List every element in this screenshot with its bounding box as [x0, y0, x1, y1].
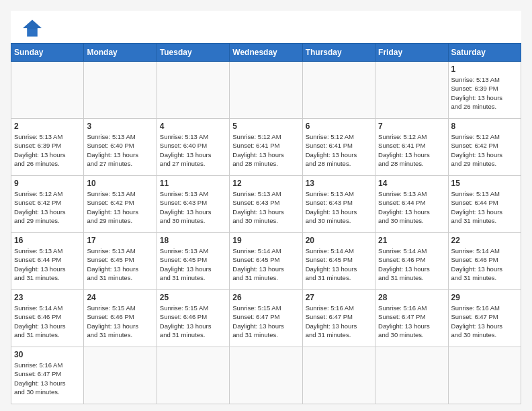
- calendar-day-cell: 24Sunrise: 5:15 AM Sunset: 6:46 PM Dayli…: [84, 290, 157, 347]
- day-number: 21: [378, 236, 445, 245]
- calendar-header: SundayMondayTuesdayWednesdayThursdayFrid…: [11, 44, 521, 62]
- day-number: 13: [306, 179, 372, 188]
- day-info: Sunrise: 5:13 AM Sunset: 6:43 PM Dayligh…: [232, 189, 299, 225]
- day-info: Sunrise: 5:13 AM Sunset: 6:40 PM Dayligh…: [87, 132, 153, 168]
- calendar-day-cell: 11Sunrise: 5:13 AM Sunset: 6:43 PM Dayli…: [157, 176, 229, 233]
- calendar-week-row: 1Sunrise: 5:13 AM Sunset: 6:39 PM Daylig…: [11, 62, 521, 119]
- calendar-day-cell: 21Sunrise: 5:14 AM Sunset: 6:46 PM Dayli…: [375, 233, 448, 290]
- day-number: 14: [378, 179, 445, 188]
- day-number: 19: [232, 236, 299, 245]
- calendar-day-cell: 7Sunrise: 5:12 AM Sunset: 6:41 PM Daylig…: [375, 119, 448, 176]
- day-info: Sunrise: 5:13 AM Sunset: 6:44 PM Dayligh…: [14, 246, 81, 282]
- day-number: 16: [14, 236, 81, 245]
- calendar-day-cell: 15Sunrise: 5:13 AM Sunset: 6:44 PM Dayli…: [448, 176, 521, 233]
- day-number: 15: [451, 179, 518, 188]
- calendar-day-cell: 19Sunrise: 5:14 AM Sunset: 6:45 PM Dayli…: [230, 233, 302, 290]
- svg-marker-1: [23, 20, 42, 30]
- day-number: 8: [451, 122, 518, 131]
- calendar-day-cell: 26Sunrise: 5:15 AM Sunset: 6:47 PM Dayli…: [230, 290, 302, 347]
- day-number: 11: [160, 179, 226, 188]
- day-number: 18: [160, 236, 226, 245]
- day-number: 6: [306, 122, 372, 131]
- calendar-day-cell: 5Sunrise: 5:12 AM Sunset: 6:41 PM Daylig…: [230, 119, 302, 176]
- day-info: Sunrise: 5:13 AM Sunset: 6:39 PM Dayligh…: [451, 75, 518, 111]
- day-info: Sunrise: 5:12 AM Sunset: 6:42 PM Dayligh…: [451, 132, 518, 168]
- day-number: 23: [14, 293, 81, 302]
- calendar-day-cell: 18Sunrise: 5:13 AM Sunset: 6:45 PM Dayli…: [157, 233, 229, 290]
- calendar-body: 1Sunrise: 5:13 AM Sunset: 6:39 PM Daylig…: [11, 62, 521, 404]
- calendar-day-cell: [230, 62, 302, 119]
- day-number: 24: [87, 293, 153, 302]
- calendar-day-cell: 22Sunrise: 5:14 AM Sunset: 6:46 PM Dayli…: [448, 233, 521, 290]
- calendar-day-cell: 29Sunrise: 5:16 AM Sunset: 6:47 PM Dayli…: [448, 290, 521, 347]
- calendar-day-cell: 4Sunrise: 5:13 AM Sunset: 6:40 PM Daylig…: [157, 119, 229, 176]
- day-info: Sunrise: 5:13 AM Sunset: 6:39 PM Dayligh…: [14, 132, 81, 168]
- calendar-day-cell: 12Sunrise: 5:13 AM Sunset: 6:43 PM Dayli…: [230, 176, 302, 233]
- day-info: Sunrise: 5:16 AM Sunset: 6:47 PM Dayligh…: [306, 304, 372, 339]
- day-info: Sunrise: 5:12 AM Sunset: 6:41 PM Dayligh…: [232, 132, 299, 168]
- weekday-header: Wednesday: [230, 44, 302, 62]
- calendar-week-row: 9Sunrise: 5:12 AM Sunset: 6:42 PM Daylig…: [11, 176, 521, 233]
- day-info: Sunrise: 5:13 AM Sunset: 6:40 PM Dayligh…: [160, 132, 226, 168]
- day-info: Sunrise: 5:13 AM Sunset: 6:44 PM Dayligh…: [378, 189, 445, 225]
- day-info: Sunrise: 5:13 AM Sunset: 6:45 PM Dayligh…: [160, 246, 226, 282]
- day-number: 25: [160, 293, 226, 302]
- calendar-day-cell: [448, 347, 521, 404]
- day-info: Sunrise: 5:14 AM Sunset: 6:46 PM Dayligh…: [451, 246, 518, 282]
- calendar-day-cell: 1Sunrise: 5:13 AM Sunset: 6:39 PM Daylig…: [448, 62, 521, 119]
- calendar-week-row: 30Sunrise: 5:16 AM Sunset: 6:47 PM Dayli…: [11, 347, 521, 404]
- calendar-day-cell: [375, 62, 448, 119]
- calendar-day-cell: 8Sunrise: 5:12 AM Sunset: 6:42 PM Daylig…: [448, 119, 521, 176]
- calendar-day-cell: 16Sunrise: 5:13 AM Sunset: 6:44 PM Dayli…: [11, 233, 84, 290]
- day-info: Sunrise: 5:16 AM Sunset: 6:47 PM Dayligh…: [378, 304, 445, 339]
- day-info: Sunrise: 5:13 AM Sunset: 6:44 PM Dayligh…: [451, 189, 518, 225]
- day-info: Sunrise: 5:14 AM Sunset: 6:45 PM Dayligh…: [306, 246, 372, 282]
- day-number: 26: [232, 293, 299, 302]
- day-number: 4: [160, 122, 226, 131]
- day-info: Sunrise: 5:13 AM Sunset: 6:43 PM Dayligh…: [306, 189, 372, 225]
- calendar-day-cell: [157, 347, 229, 404]
- weekday-header: Saturday: [448, 44, 521, 62]
- day-info: Sunrise: 5:16 AM Sunset: 6:47 PM Dayligh…: [14, 361, 81, 396]
- weekday-header: Thursday: [302, 44, 375, 62]
- day-number: 1: [451, 64, 518, 74]
- day-info: Sunrise: 5:15 AM Sunset: 6:46 PM Dayligh…: [160, 304, 226, 339]
- day-number: 29: [451, 293, 518, 302]
- day-info: Sunrise: 5:12 AM Sunset: 6:42 PM Dayligh…: [14, 189, 81, 225]
- day-number: 9: [14, 179, 81, 188]
- day-info: Sunrise: 5:14 AM Sunset: 6:45 PM Dayligh…: [232, 246, 299, 282]
- calendar-day-cell: [230, 347, 302, 404]
- day-info: Sunrise: 5:14 AM Sunset: 6:46 PM Dayligh…: [378, 246, 445, 282]
- calendar-day-cell: 25Sunrise: 5:15 AM Sunset: 6:46 PM Dayli…: [157, 290, 229, 347]
- calendar-day-cell: 13Sunrise: 5:13 AM Sunset: 6:43 PM Dayli…: [302, 176, 375, 233]
- calendar-day-cell: 14Sunrise: 5:13 AM Sunset: 6:44 PM Dayli…: [375, 176, 448, 233]
- day-number: 5: [232, 122, 299, 131]
- day-info: Sunrise: 5:13 AM Sunset: 6:43 PM Dayligh…: [160, 189, 226, 225]
- calendar-day-cell: [302, 347, 375, 404]
- calendar-day-cell: [375, 347, 448, 404]
- calendar-day-cell: 27Sunrise: 5:16 AM Sunset: 6:47 PM Dayli…: [302, 290, 375, 347]
- day-info: Sunrise: 5:12 AM Sunset: 6:41 PM Dayligh…: [306, 132, 372, 168]
- header: [11, 11, 521, 43]
- day-number: 3: [87, 122, 153, 131]
- calendar-day-cell: 9Sunrise: 5:12 AM Sunset: 6:42 PM Daylig…: [11, 176, 84, 233]
- day-info: Sunrise: 5:16 AM Sunset: 6:47 PM Dayligh…: [451, 304, 518, 339]
- day-number: 12: [232, 179, 299, 188]
- calendar-table: SundayMondayTuesdayWednesdayThursdayFrid…: [11, 43, 521, 404]
- weekday-header: Monday: [84, 44, 157, 62]
- weekday-row: SundayMondayTuesdayWednesdayThursdayFrid…: [11, 44, 521, 62]
- day-info: Sunrise: 5:15 AM Sunset: 6:46 PM Dayligh…: [87, 304, 153, 339]
- day-number: 28: [378, 293, 445, 302]
- calendar-day-cell: 10Sunrise: 5:13 AM Sunset: 6:42 PM Dayli…: [84, 176, 157, 233]
- calendar-day-cell: 17Sunrise: 5:13 AM Sunset: 6:45 PM Dayli…: [84, 233, 157, 290]
- day-number: 27: [306, 293, 372, 302]
- calendar-day-cell: 23Sunrise: 5:14 AM Sunset: 6:46 PM Dayli…: [11, 290, 84, 347]
- day-number: 30: [14, 350, 81, 359]
- weekday-header: Friday: [375, 44, 448, 62]
- weekday-header: Sunday: [11, 44, 84, 62]
- calendar-week-row: 23Sunrise: 5:14 AM Sunset: 6:46 PM Dayli…: [11, 290, 521, 347]
- calendar-day-cell: [157, 62, 229, 119]
- day-info: Sunrise: 5:15 AM Sunset: 6:47 PM Dayligh…: [232, 304, 299, 339]
- calendar-day-cell: [84, 62, 157, 119]
- calendar-day-cell: [84, 347, 157, 404]
